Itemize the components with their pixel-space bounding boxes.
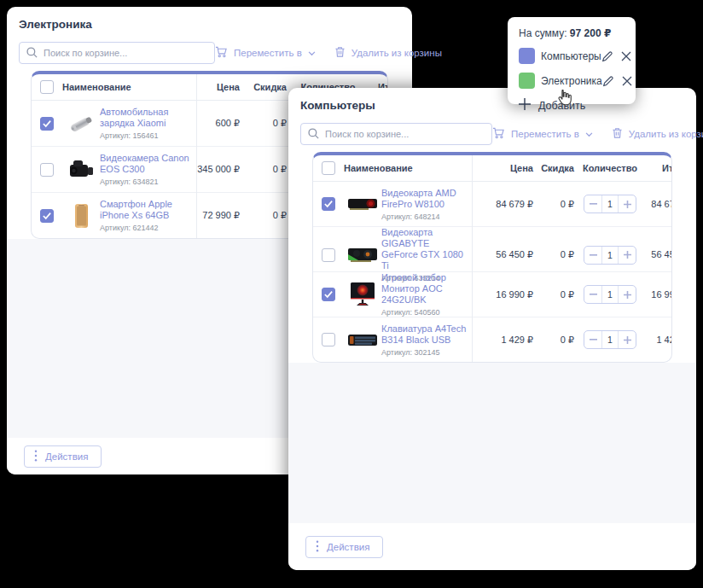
product-name-link[interactable]: Смартфон Apple iPhone Xs 64GB [100,199,191,221]
product-name-link[interactable]: Видеокамера Canon EOS C300 [100,153,191,175]
add-cart-button[interactable]: Добавить [519,98,625,113]
actions-button[interactable]: Действия [305,536,383,558]
product-sku: Артикул: 302145 [381,348,467,357]
price-cell: 600 ₽ [196,118,245,129]
header-name: Наименование [344,163,472,173]
quantity-decrease-button[interactable] [584,286,601,303]
row-checkbox[interactable] [322,248,335,262]
quantity-increase-button[interactable] [619,286,636,303]
row-checkbox[interactable] [322,197,335,211]
product-name-link[interactable]: Видеокарта AMD FirePro W8100 [381,188,467,210]
quantity-cell: 1 [579,195,641,213]
card-body-empty-area [288,363,696,523]
price-cell: 1 429 ₽ [472,335,538,346]
quantity-stepper: 1 [584,195,636,213]
cart-name: Электроника [541,75,602,87]
cart-list-item[interactable]: Компьютеры [519,47,625,65]
plus-icon [519,98,531,113]
product-image [347,327,378,352]
row-checkbox[interactable] [40,163,54,177]
table-row: Видеокарта GIGABYTE GeForce GTX 1080 TiА… [313,227,671,272]
cart-total-value: 97 200 ₽ [570,27,611,39]
total-cell: 1 429 ₽ [641,335,672,346]
discount-cell: 0 ₽ [538,249,579,260]
quantity-value[interactable]: 1 [601,286,619,303]
search-icon [26,46,38,59]
discount-cell: 0 ₽ [538,289,579,300]
discount-cell: 0 ₽ [245,118,292,129]
table-row: Клавиатура A4Tech B314 Black USBАртикул:… [313,317,671,362]
delete-from-cart-button[interactable]: Удалить из корзины [612,127,703,141]
move-to-button[interactable]: Переместить в [215,46,316,60]
select-all-checkbox[interactable] [40,80,54,94]
quantity-decrease-button[interactable] [584,331,601,348]
carts-summary-popup: На сумму: 97 200 ₽ Компьютеры Электроник… [508,17,636,104]
header-quantity: Количество [579,163,641,173]
price-cell: 72 990 ₽ [196,210,245,221]
row-checkbox[interactable] [40,209,54,223]
header-price: Цена [196,82,245,92]
edit-cart-icon[interactable] [602,75,614,87]
header-name: Наименование [62,82,196,92]
quantity-stepper: 1 [584,285,636,304]
trash-icon [334,46,346,60]
discount-cell: 0 ₽ [538,199,579,210]
card-footer: Действия [288,523,696,570]
product-sku: Артикул: 634821 [100,178,191,186]
row-checkbox[interactable] [322,288,335,301]
discount-cell: 0 ₽ [538,335,579,346]
search-input[interactable] [300,123,492,145]
cart-color-swatch [519,48,535,64]
quantity-increase-button[interactable] [619,195,636,212]
quantity-value[interactable]: 1 [601,247,619,264]
quantity-cell: 1 [579,285,641,304]
quantity-increase-button[interactable] [619,247,636,264]
cart-card-computers: Компьютеры Переместить в Удалить из корз… [288,88,696,570]
cart-name: Компьютеры [541,50,601,62]
column-divider [196,74,197,238]
quantity-value[interactable]: 1 [601,331,619,348]
actions-button[interactable]: Действия [24,445,102,468]
product-sku: Артикул: 540560 [381,308,467,317]
chevron-down-icon [308,48,316,58]
header-discount: Скидка [245,82,292,92]
quantity-cell: 1 [579,330,641,349]
product-sku: Артикул: 621442 [100,224,191,232]
product-image [66,203,96,229]
delete-from-cart-button[interactable]: Удалить из корзины [334,46,442,60]
cart-color-swatch [519,73,535,89]
remove-cart-icon[interactable] [621,51,631,61]
product-image [66,157,96,183]
quantity-value[interactable]: 1 [601,195,619,212]
select-all-checkbox[interactable] [322,161,335,175]
search-icon [307,127,320,140]
quantity-increase-button[interactable] [619,331,636,348]
header-discount: Скидка [538,163,579,173]
table-header-row: Наименование Цена Скидка Количество Итог… [313,155,671,182]
discount-cell: 0 ₽ [245,210,292,221]
edit-cart-icon[interactable] [601,50,613,62]
row-checkbox[interactable] [322,333,335,346]
cart-list-item[interactable]: Электроника [519,72,625,90]
quantity-stepper: 1 [584,246,636,265]
product-name-link[interactable]: Игровой набор Монитор AOC 24G2U/BK [381,272,467,306]
product-name-link[interactable]: Автомобильная зарядка Xiaomi [100,107,191,129]
card-header: Компьютеры Переместить в Удалить из корз… [288,88,696,363]
total-cell: 84 679 ₽ [641,199,672,210]
quantity-decrease-button[interactable] [584,195,601,212]
move-to-button[interactable]: Переместить в [492,127,593,141]
product-name-link[interactable]: Клавиатура A4Tech B314 Black USB [381,323,467,346]
cart-icon [215,46,228,60]
row-checkbox[interactable] [40,117,54,131]
total-cell: 16 990 ₽ [641,289,672,300]
discount-cell: 0 ₽ [245,164,292,175]
product-sku: Артикул: 156461 [100,131,191,140]
quantity-decrease-button[interactable] [584,247,601,264]
search-input[interactable] [19,42,215,64]
remove-cart-icon[interactable] [622,76,632,86]
kebab-icon [34,450,38,463]
card-title: Электроника [19,18,400,31]
product-name-link[interactable]: Видеокарта GIGABYTE GeForce GTX 1080 Ti [381,227,467,271]
table-row: Видеокарта AMD FirePro W8100Артикул: 648… [313,182,671,227]
column-divider [472,155,473,362]
